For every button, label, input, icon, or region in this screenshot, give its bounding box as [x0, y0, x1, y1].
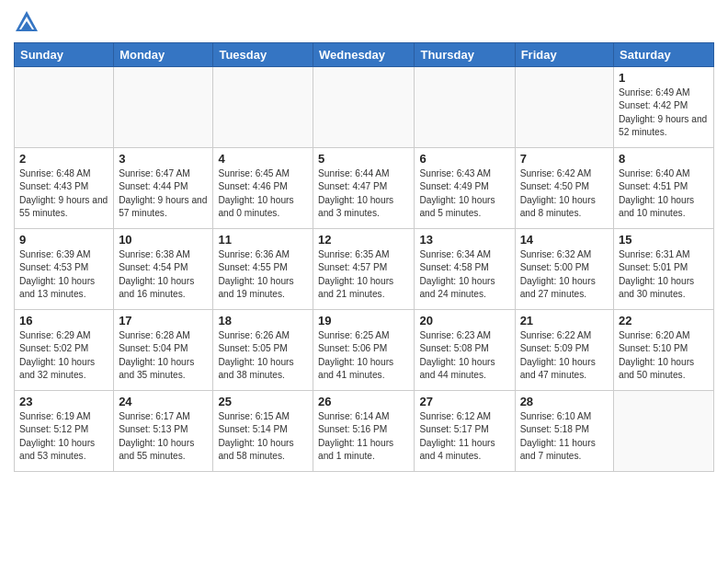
day-cell: 26Sunrise: 6:14 AM Sunset: 5:16 PM Dayli…: [313, 391, 415, 472]
day-info: Sunrise: 6:40 AM Sunset: 4:51 PM Dayligh…: [619, 167, 709, 220]
day-cell: 23Sunrise: 6:19 AM Sunset: 5:12 PM Dayli…: [15, 391, 114, 472]
weekday-monday: Monday: [114, 43, 213, 67]
calendar-page: SundayMondayTuesdayWednesdayThursdayFrid…: [0, 0, 728, 481]
day-info: Sunrise: 6:19 AM Sunset: 5:12 PM Dayligh…: [19, 410, 108, 463]
day-info: Sunrise: 6:31 AM Sunset: 5:01 PM Dayligh…: [619, 248, 709, 301]
day-info: Sunrise: 6:38 AM Sunset: 4:54 PM Dayligh…: [119, 248, 208, 301]
day-info: Sunrise: 6:20 AM Sunset: 5:10 PM Dayligh…: [619, 329, 709, 382]
day-number: 17: [119, 314, 208, 327]
day-number: 3: [119, 152, 208, 166]
day-info: Sunrise: 6:26 AM Sunset: 5:05 PM Dayligh…: [218, 329, 308, 382]
day-number: 14: [520, 233, 609, 247]
day-info: Sunrise: 6:23 AM Sunset: 5:08 PM Dayligh…: [419, 329, 509, 382]
day-cell: 24Sunrise: 6:17 AM Sunset: 5:13 PM Dayli…: [114, 391, 213, 472]
day-cell: 11Sunrise: 6:36 AM Sunset: 4:55 PM Dayli…: [213, 229, 313, 310]
day-number: 21: [520, 314, 609, 327]
calendar-table: SundayMondayTuesdayWednesdayThursdayFrid…: [14, 42, 714, 472]
day-number: 11: [218, 233, 308, 247]
day-cell: 3Sunrise: 6:47 AM Sunset: 4:44 PM Daylig…: [114, 148, 213, 229]
day-number: 28: [520, 395, 609, 408]
day-info: Sunrise: 6:17 AM Sunset: 5:13 PM Dayligh…: [119, 410, 208, 463]
day-number: 1: [619, 71, 709, 85]
weekday-thursday: Thursday: [415, 43, 515, 67]
day-cell: 6Sunrise: 6:43 AM Sunset: 4:49 PM Daylig…: [415, 148, 515, 229]
day-cell: [15, 67, 114, 148]
day-cell: 15Sunrise: 6:31 AM Sunset: 5:01 PM Dayli…: [614, 229, 714, 310]
weekday-wednesday: Wednesday: [313, 43, 415, 67]
day-cell: 17Sunrise: 6:28 AM Sunset: 5:04 PM Dayli…: [114, 310, 213, 391]
day-cell: 12Sunrise: 6:35 AM Sunset: 4:57 PM Dayli…: [313, 229, 415, 310]
day-cell: 1Sunrise: 6:49 AM Sunset: 4:42 PM Daylig…: [614, 67, 714, 148]
weekday-tuesday: Tuesday: [213, 43, 313, 67]
day-number: 8: [619, 152, 709, 166]
day-cell: 20Sunrise: 6:23 AM Sunset: 5:08 PM Dayli…: [415, 310, 515, 391]
day-info: Sunrise: 6:39 AM Sunset: 4:53 PM Dayligh…: [19, 248, 108, 301]
day-cell: 27Sunrise: 6:12 AM Sunset: 5:17 PM Dayli…: [415, 391, 515, 472]
day-number: 13: [419, 233, 509, 247]
week-row-4: 16Sunrise: 6:29 AM Sunset: 5:02 PM Dayli…: [15, 310, 714, 391]
day-cell: 4Sunrise: 6:45 AM Sunset: 4:46 PM Daylig…: [213, 148, 313, 229]
day-number: 5: [318, 152, 409, 166]
day-cell: 8Sunrise: 6:40 AM Sunset: 4:51 PM Daylig…: [614, 148, 714, 229]
day-info: Sunrise: 6:15 AM Sunset: 5:14 PM Dayligh…: [218, 410, 308, 463]
week-row-2: 2Sunrise: 6:48 AM Sunset: 4:43 PM Daylig…: [15, 148, 714, 229]
day-cell: 16Sunrise: 6:29 AM Sunset: 5:02 PM Dayli…: [15, 310, 114, 391]
day-info: Sunrise: 6:45 AM Sunset: 4:46 PM Dayligh…: [218, 167, 308, 220]
day-info: Sunrise: 6:35 AM Sunset: 4:57 PM Dayligh…: [318, 248, 409, 301]
day-info: Sunrise: 6:22 AM Sunset: 5:09 PM Dayligh…: [520, 329, 609, 382]
day-cell: 13Sunrise: 6:34 AM Sunset: 4:58 PM Dayli…: [415, 229, 515, 310]
header: [14, 9, 714, 35]
day-cell: [213, 67, 313, 148]
day-cell: [415, 67, 515, 148]
day-number: 12: [318, 233, 409, 247]
day-cell: [515, 67, 613, 148]
week-row-3: 9Sunrise: 6:39 AM Sunset: 4:53 PM Daylig…: [15, 229, 714, 310]
day-info: Sunrise: 6:43 AM Sunset: 4:49 PM Dayligh…: [419, 167, 509, 220]
day-number: 10: [119, 233, 208, 247]
day-number: 19: [318, 314, 409, 327]
day-number: 22: [619, 314, 709, 327]
day-number: 9: [19, 233, 108, 247]
day-info: Sunrise: 6:32 AM Sunset: 5:00 PM Dayligh…: [520, 248, 609, 301]
weekday-saturday: Saturday: [614, 43, 714, 67]
day-cell: 7Sunrise: 6:42 AM Sunset: 4:50 PM Daylig…: [515, 148, 613, 229]
day-cell: 14Sunrise: 6:32 AM Sunset: 5:00 PM Dayli…: [515, 229, 613, 310]
day-number: 26: [318, 395, 409, 408]
day-cell: [114, 67, 213, 148]
day-cell: [313, 67, 415, 148]
day-info: Sunrise: 6:47 AM Sunset: 4:44 PM Dayligh…: [119, 167, 208, 220]
day-info: Sunrise: 6:25 AM Sunset: 5:06 PM Dayligh…: [318, 329, 409, 382]
day-number: 2: [19, 152, 108, 166]
day-info: Sunrise: 6:42 AM Sunset: 4:50 PM Dayligh…: [520, 167, 609, 220]
day-info: Sunrise: 6:36 AM Sunset: 4:55 PM Dayligh…: [218, 248, 308, 301]
day-info: Sunrise: 6:49 AM Sunset: 4:42 PM Dayligh…: [619, 86, 709, 139]
day-number: 25: [218, 395, 308, 408]
day-number: 16: [19, 314, 108, 327]
day-number: 23: [19, 395, 108, 408]
logo: [14, 9, 41, 35]
week-row-1: 1Sunrise: 6:49 AM Sunset: 4:42 PM Daylig…: [15, 67, 714, 148]
day-info: Sunrise: 6:44 AM Sunset: 4:47 PM Dayligh…: [318, 167, 409, 220]
day-cell: 21Sunrise: 6:22 AM Sunset: 5:09 PM Dayli…: [515, 310, 613, 391]
day-info: Sunrise: 6:10 AM Sunset: 5:18 PM Dayligh…: [520, 410, 609, 463]
day-cell: 22Sunrise: 6:20 AM Sunset: 5:10 PM Dayli…: [614, 310, 714, 391]
weekday-sunday: Sunday: [15, 43, 114, 67]
day-number: 18: [218, 314, 308, 327]
day-info: Sunrise: 6:34 AM Sunset: 4:58 PM Dayligh…: [419, 248, 509, 301]
logo-icon: [14, 9, 40, 35]
day-cell: 18Sunrise: 6:26 AM Sunset: 5:05 PM Dayli…: [213, 310, 313, 391]
day-cell: 19Sunrise: 6:25 AM Sunset: 5:06 PM Dayli…: [313, 310, 415, 391]
day-cell: 2Sunrise: 6:48 AM Sunset: 4:43 PM Daylig…: [15, 148, 114, 229]
day-info: Sunrise: 6:48 AM Sunset: 4:43 PM Dayligh…: [19, 167, 108, 220]
day-number: 4: [218, 152, 308, 166]
day-cell: 5Sunrise: 6:44 AM Sunset: 4:47 PM Daylig…: [313, 148, 415, 229]
weekday-header-row: SundayMondayTuesdayWednesdayThursdayFrid…: [15, 43, 714, 67]
day-cell: 25Sunrise: 6:15 AM Sunset: 5:14 PM Dayli…: [213, 391, 313, 472]
day-info: Sunrise: 6:12 AM Sunset: 5:17 PM Dayligh…: [419, 410, 509, 463]
day-cell: 10Sunrise: 6:38 AM Sunset: 4:54 PM Dayli…: [114, 229, 213, 310]
day-number: 15: [619, 233, 709, 247]
day-number: 7: [520, 152, 609, 166]
day-cell: 28Sunrise: 6:10 AM Sunset: 5:18 PM Dayli…: [515, 391, 613, 472]
day-cell: 9Sunrise: 6:39 AM Sunset: 4:53 PM Daylig…: [15, 229, 114, 310]
day-info: Sunrise: 6:28 AM Sunset: 5:04 PM Dayligh…: [119, 329, 208, 382]
